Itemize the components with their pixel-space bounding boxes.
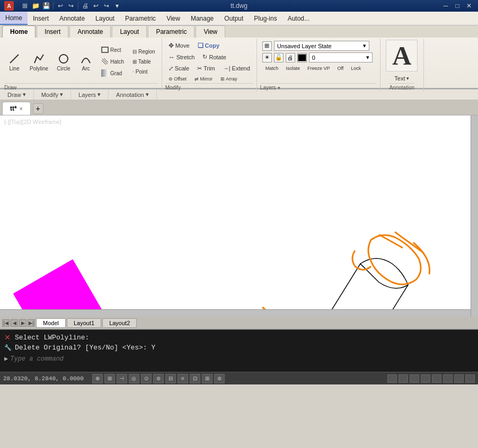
- qa-save[interactable]: 💾: [41, 1, 51, 11]
- ribbon-tab-parametric[interactable]: Parametric: [148, 25, 194, 38]
- ribbon-tab-insert[interactable]: Insert: [37, 25, 68, 38]
- layout-tab-layout2[interactable]: Layout2: [102, 318, 137, 328]
- ortho-btn[interactable]: ⊣: [117, 374, 127, 383]
- menu-plugins[interactable]: Plug-ins: [249, 12, 282, 25]
- layer-freeze-btn[interactable]: ☀: [262, 53, 272, 62]
- layer-num-dropdown[interactable]: 0 ▾: [309, 52, 373, 62]
- group-annotation-tab[interactable]: Annotation ▾: [109, 89, 157, 100]
- tool-arc[interactable]: Arc: [76, 50, 96, 74]
- qa-redo[interactable]: ↪: [66, 1, 76, 11]
- tool-gradient[interactable]: Grad: [98, 68, 127, 78]
- menu-view[interactable]: View: [161, 12, 185, 25]
- tpoly-btn[interactable]: ⊡: [190, 374, 200, 383]
- tool-move[interactable]: ✥ Move: [165, 40, 193, 51]
- tool-region[interactable]: ⊟ Region: [129, 47, 158, 56]
- qa-redo2[interactable]: ↪: [102, 1, 111, 11]
- menu-annotate[interactable]: Annotate: [54, 12, 90, 25]
- layer-lock2-btn[interactable]: Lock: [348, 64, 364, 73]
- 3dosnap-btn[interactable]: ⊚: [153, 374, 164, 383]
- status-icon-2[interactable]: [399, 374, 408, 383]
- qa-extra[interactable]: ▾: [112, 1, 122, 11]
- snap-btn[interactable]: ⊕: [92, 374, 103, 383]
- tool-trim[interactable]: ✂ Trim: [194, 64, 218, 74]
- layer-off-btn[interactable]: Off: [334, 64, 347, 73]
- layout-tab-model[interactable]: Model: [36, 318, 66, 328]
- new-tab-btn[interactable]: +: [33, 103, 43, 114]
- qa-undo2[interactable]: ↩: [91, 1, 101, 11]
- layout-tab-layout1[interactable]: Layout1: [67, 318, 101, 328]
- layer-properties-btn[interactable]: ⊞: [262, 41, 272, 51]
- menu-home[interactable]: Home: [0, 12, 28, 25]
- layer-plot-btn[interactable]: 🖨: [286, 53, 295, 62]
- command-input[interactable]: [10, 355, 474, 363]
- drawing-canvas[interactable]: X Y: [0, 115, 478, 317]
- group-layers-tab[interactable]: Layers ▾: [71, 89, 109, 100]
- grid-btn[interactable]: ⊞: [104, 374, 115, 383]
- status-icon-5[interactable]: [432, 374, 441, 383]
- layout-nav-last[interactable]: ▶|: [28, 319, 35, 327]
- qa-new[interactable]: ⊞: [20, 1, 30, 11]
- drawing-tab-tt[interactable]: tt* ×: [2, 102, 31, 115]
- layout-nav-prev[interactable]: ◀: [11, 319, 18, 327]
- ribbon-tab-home[interactable]: Home: [2, 25, 36, 38]
- menu-manage[interactable]: Manage: [185, 12, 219, 25]
- menu-parametric[interactable]: Parametric: [120, 12, 161, 25]
- text-label[interactable]: Text ▾: [391, 74, 412, 83]
- tool-polyline[interactable]: Polyline: [26, 50, 51, 74]
- tool-array[interactable]: ⊞ Array: [217, 75, 241, 83]
- status-icon-6[interactable]: [443, 374, 453, 383]
- text-tool-btn[interactable]: A: [386, 40, 418, 71]
- layer-color-btn[interactable]: [297, 53, 307, 62]
- qa-undo[interactable]: ↩: [56, 1, 65, 11]
- tool-copy[interactable]: ❏ Copy: [194, 40, 223, 51]
- tool-table[interactable]: ⊞ Table: [129, 57, 158, 66]
- maximize-btn[interactable]: □: [453, 1, 462, 11]
- tool-mirror[interactable]: ⇌ Mirror: [191, 75, 216, 83]
- minimize-btn[interactable]: ─: [441, 1, 450, 11]
- dynin-btn[interactable]: ⊟: [165, 374, 176, 383]
- polar-btn[interactable]: ◎: [129, 374, 139, 383]
- tool-circle[interactable]: Circle: [54, 50, 74, 74]
- status-icons-right: [387, 374, 475, 383]
- status-icon-7[interactable]: [454, 374, 464, 383]
- tool-rect[interactable]: Rect: [98, 44, 127, 55]
- status-icon-3[interactable]: [410, 374, 419, 383]
- ribbon-tab-view[interactable]: View: [196, 25, 225, 38]
- status-icon-8[interactable]: [465, 374, 475, 383]
- lweight-btn[interactable]: ≡: [178, 374, 188, 383]
- tool-hatch[interactable]: Hatch: [98, 56, 127, 67]
- tool-scale[interactable]: ⤢ Scale: [165, 64, 193, 74]
- scrollbar-vertical[interactable]: [471, 115, 478, 317]
- layer-match-btn[interactable]: Match: [262, 64, 282, 73]
- layer-lock-btn[interactable]: 🔓: [274, 53, 284, 62]
- close-btn[interactable]: ✕: [464, 1, 474, 11]
- tool-point[interactable]: · Point: [129, 67, 158, 76]
- status-icon-1[interactable]: [387, 374, 397, 383]
- layer-isolate-btn[interactable]: Isolate: [282, 64, 303, 73]
- menu-autodesk[interactable]: Autod...: [282, 12, 315, 25]
- menu-insert[interactable]: Insert: [28, 12, 54, 25]
- layer-freeze-vp-btn[interactable]: Freeze VP: [304, 64, 333, 73]
- layout-nav-next[interactable]: ▶: [19, 319, 26, 327]
- group-modify-tab[interactable]: Modify ▾: [34, 89, 71, 100]
- qa-plot[interactable]: 🖨: [81, 1, 90, 11]
- sel-cycle-btn[interactable]: ⊚: [214, 374, 225, 383]
- osnap-btn[interactable]: ⊙: [141, 374, 152, 383]
- layer-state-dropdown[interactable]: Unsaved Layer State ▾: [274, 41, 369, 51]
- qa-open[interactable]: 📁: [31, 1, 40, 11]
- qp-btn[interactable]: ⊞: [202, 374, 213, 383]
- tool-rotate[interactable]: ↻ Rotate: [199, 52, 229, 62]
- ribbon-tab-layout[interactable]: Layout: [112, 25, 147, 38]
- menu-layout[interactable]: Layout: [90, 12, 120, 25]
- group-draw-tab[interactable]: Draw ▾: [0, 89, 34, 100]
- tool-offset[interactable]: ⊜ Offset: [165, 75, 190, 83]
- tool-stretch[interactable]: ↔ Stretch: [165, 52, 198, 62]
- tool-line[interactable]: Line: [4, 50, 24, 74]
- menu-output[interactable]: Output: [219, 12, 249, 25]
- layout-nav-first[interactable]: |◀: [2, 319, 10, 327]
- close-tab-btn[interactable]: ×: [20, 106, 23, 112]
- tool-extend[interactable]: →| Extend: [220, 64, 253, 73]
- status-icon-4[interactable]: [421, 374, 430, 383]
- ribbon-tab-annotate[interactable]: Annotate: [69, 25, 111, 38]
- scrollbar-horizontal[interactable]: [0, 309, 471, 317]
